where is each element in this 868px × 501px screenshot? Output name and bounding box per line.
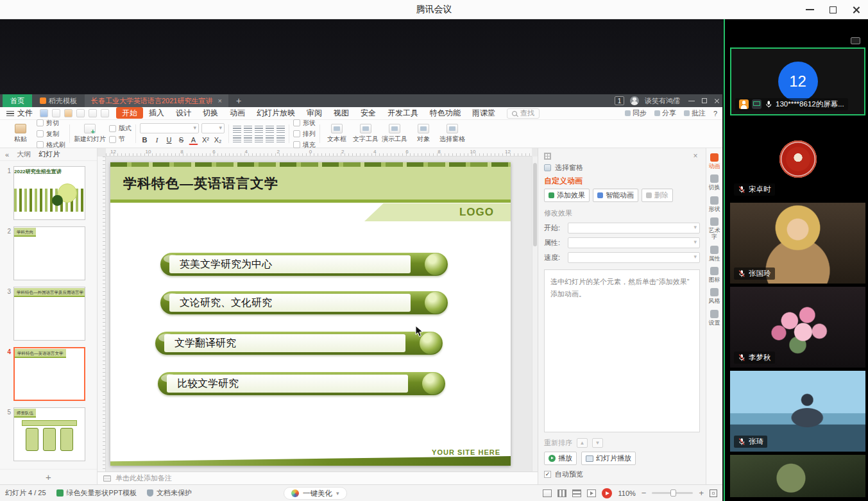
side-tab[interactable]: 艺术字: [707, 217, 722, 241]
reading-view-icon[interactable]: [572, 489, 581, 497]
menubar-right-item[interactable]: 批注: [684, 108, 706, 118]
side-tab[interactable]: 形状: [707, 196, 722, 212]
minimize-icon[interactable]: [806, 9, 814, 10]
slide-pill[interactable]: 文论研究、文化研究: [160, 291, 448, 314]
menu-item[interactable]: 雨课堂: [466, 107, 501, 119]
menu-item[interactable]: 特色功能: [424, 107, 466, 119]
output-pdf-icon[interactable]: [52, 109, 60, 117]
outdent-icon[interactable]: [255, 126, 263, 133]
menu-item[interactable]: 动画: [224, 107, 251, 119]
columns-icon[interactable]: [277, 135, 285, 142]
add-slide-button[interactable]: +: [0, 469, 97, 484]
slide-sorter-icon[interactable]: [557, 489, 566, 497]
play-button[interactable]: 播放: [544, 452, 577, 465]
canvas-scrollbar[interactable]: [532, 157, 538, 471]
menubar-right-item[interactable]: 同步: [625, 108, 647, 118]
menu-item[interactable]: 安全: [355, 107, 382, 119]
slide-thumbnail-box[interactable]: 学科特色—英语语言文学: [13, 347, 85, 401]
slide-pill[interactable]: 比较文学研究: [158, 372, 445, 395]
fit-slide-icon[interactable]: [710, 489, 717, 497]
slide-canvas[interactable]: 12108642024681012 学科特色—英语语言文学 LOGO: [98, 148, 538, 471]
print-preview-icon[interactable]: [76, 109, 85, 117]
cut-button[interactable]: 剪切: [37, 119, 65, 128]
menu-item[interactable]: 开始: [116, 107, 143, 119]
ribbon-big-button[interactable]: 对象: [411, 124, 436, 144]
align-left-icon[interactable]: [233, 135, 241, 142]
slide-pill-label[interactable]: 文学翻译研究: [164, 334, 405, 352]
selection-pane-button[interactable]: 选择窗格: [544, 161, 700, 174]
template-name[interactable]: 绿色矢量形状PPT模板: [56, 488, 137, 498]
zoom-in-button[interactable]: +: [699, 488, 704, 498]
collapse-panel-icon[interactable]: «: [5, 151, 9, 158]
slide-thumbnail[interactable]: 3 学科特色—外国语言学及应用语言学: [0, 284, 97, 344]
tab-home[interactable]: 首页: [3, 94, 32, 107]
slide-pill-label[interactable]: 文论研究、文化研究: [169, 294, 411, 312]
user-avatar[interactable]: [630, 96, 639, 105]
format-button[interactable]: I: [152, 135, 162, 145]
beautify-button[interactable]: 一键美化: [284, 487, 347, 500]
user-nickname[interactable]: 谈笑有鸿儒: [645, 96, 680, 106]
slide-thumbnail[interactable]: 4 学科特色—英语语言文学: [0, 344, 97, 405]
participant-tile[interactable]: 张琦: [730, 371, 865, 452]
slide-thumbnail[interactable]: 2 学科方向: [0, 224, 97, 284]
side-tab[interactable]: 图标: [707, 267, 722, 283]
property-select[interactable]: [568, 237, 700, 248]
menu-item[interactable]: 开发工具: [382, 107, 424, 119]
delete-effect-button[interactable]: 删除: [642, 189, 673, 202]
tab-slides[interactable]: 幻灯片: [38, 149, 60, 159]
tab-docer[interactable]: 稻壳模板: [36, 96, 81, 106]
auto-preview-checkbox[interactable]: [544, 471, 551, 478]
redo-icon[interactable]: [101, 109, 109, 117]
format-button[interactable]: X₂: [213, 135, 223, 145]
slide-thumbnail-box[interactable]: 2022研究生招生宣讲: [13, 166, 85, 220]
format-button[interactable]: S: [176, 135, 186, 145]
participant-tile[interactable]: 张国玲: [730, 203, 865, 284]
add-effect-button[interactable]: 添加效果: [544, 189, 590, 202]
section-button[interactable]: 节: [109, 135, 132, 144]
format-button[interactable]: A: [189, 135, 198, 145]
save-icon[interactable]: [40, 109, 48, 117]
collab-count-badge[interactable]: 1: [615, 96, 624, 105]
maximize-icon[interactable]: [830, 6, 837, 13]
menu-item[interactable]: 插入: [143, 107, 170, 119]
pane-close-icon[interactable]: [691, 151, 700, 160]
zoom-knob[interactable]: [670, 489, 676, 497]
find-box[interactable]: 查找: [507, 108, 540, 119]
reorder-up-icon[interactable]: [577, 438, 588, 448]
menu-item[interactable]: 视图: [328, 107, 355, 119]
align-center-icon[interactable]: [244, 135, 252, 142]
menubar-right-item[interactable]: 分享: [654, 108, 676, 118]
slideshow-play-button[interactable]: 幻灯片播放: [581, 452, 636, 465]
reorder-down-icon[interactable]: [592, 438, 603, 448]
side-tab[interactable]: 设置: [707, 310, 722, 326]
slide-pill-label[interactable]: 英美文学研究为中心: [169, 255, 411, 273]
ribbon-small-button[interactable]: 排列: [293, 130, 316, 139]
participant-tile[interactable]: 12 130****8612的屏幕...: [730, 47, 865, 115]
slide-pill[interactable]: 英美文学研究为中心: [160, 253, 448, 276]
slide-thumbnail[interactable]: 5 师资队伍: [0, 405, 97, 465]
menu-item[interactable]: 幻灯片放映: [251, 107, 301, 119]
paste-button[interactable]: 粘贴: [8, 124, 33, 144]
slide-pill[interactable]: 文学翻译研究: [155, 332, 443, 355]
notes-bar[interactable]: 单击此处添加备注: [98, 471, 538, 484]
layout-button[interactable]: 版式: [109, 124, 132, 133]
side-tab[interactable]: 属性: [707, 246, 722, 262]
participant-tile[interactable]: [730, 455, 865, 497]
ribbon-big-button[interactable]: 选择窗格: [439, 124, 465, 144]
menubar-right-item[interactable]: ?: [713, 110, 717, 117]
new-slide-button[interactable]: 新建幻灯片: [74, 124, 106, 144]
file-menu[interactable]: 文件: [5, 108, 38, 119]
font-name-select[interactable]: [140, 123, 199, 133]
tab-document[interactable]: 长春工业大学英语语言2021研究生宣讲 ×: [85, 94, 228, 107]
format-button[interactable]: U: [164, 135, 174, 145]
menu-item[interactable]: 审阅: [301, 107, 328, 119]
line-spacing-icon[interactable]: [277, 126, 285, 133]
animation-list[interactable]: 选中幻灯片的某个元素，然后单击“添加效果”添加动画。: [544, 269, 700, 432]
slide-thumbnail-box[interactable]: 学科方向: [13, 226, 85, 280]
tab-outline[interactable]: 大纲: [17, 149, 31, 159]
numbering-icon[interactable]: [244, 126, 252, 133]
participant-tile[interactable]: 李梦秋: [730, 287, 865, 368]
zoom-out-button[interactable]: −: [642, 488, 647, 498]
indent-icon[interactable]: [266, 126, 274, 133]
print-icon[interactable]: [64, 109, 72, 117]
